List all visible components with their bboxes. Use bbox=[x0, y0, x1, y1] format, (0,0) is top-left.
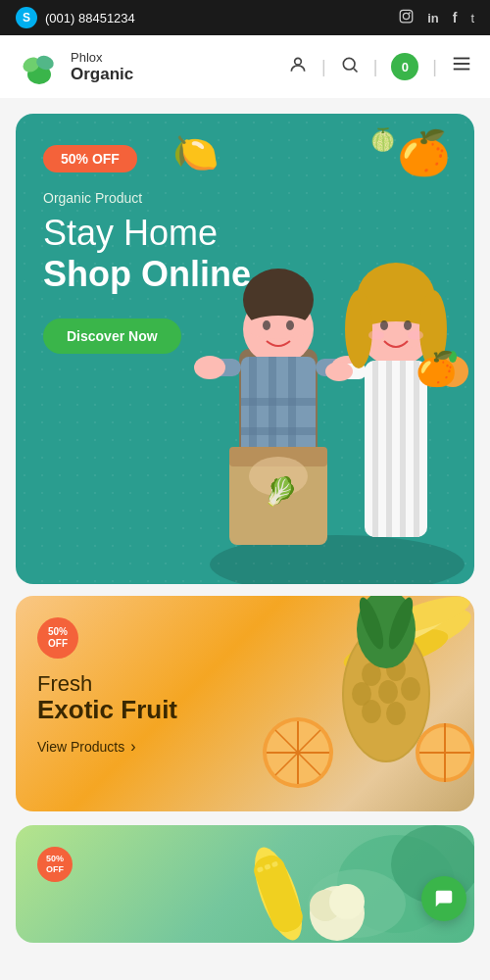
exotic-card-content: 50% OFF Fresh Exotic Fruit View Products… bbox=[16, 596, 199, 777]
hero-banner: 🍋 🍊 🍈 🍊 50% OFF Organic Product Stay Hom… bbox=[16, 114, 474, 584]
svg-point-61 bbox=[378, 680, 398, 704]
svg-point-88 bbox=[329, 884, 365, 919]
svg-point-46 bbox=[345, 290, 372, 368]
exotic-fruit-card: 50% OFF Fresh Exotic Fruit View Products… bbox=[16, 596, 474, 811]
phone-number: (001) 88451234 bbox=[45, 11, 135, 25]
hero-cta-button[interactable]: Discover Now bbox=[43, 318, 181, 354]
svg-point-30 bbox=[245, 316, 312, 339]
hero-badge: 50% OFF bbox=[43, 145, 137, 172]
lemon-decor: 🍋 bbox=[172, 131, 219, 174]
view-products-link[interactable]: View Products › bbox=[37, 738, 177, 756]
svg-point-23 bbox=[194, 356, 225, 379]
svg-point-41 bbox=[325, 362, 353, 381]
svg-point-64 bbox=[386, 702, 406, 725]
hero-subtitle: Organic Product bbox=[43, 190, 251, 206]
svg-point-7 bbox=[343, 58, 355, 70]
veg-card-content: 50% OFF bbox=[16, 825, 94, 917]
cart-button[interactable]: 0 bbox=[391, 53, 418, 80]
facebook-icon[interactable]: f bbox=[453, 10, 458, 25]
top-bar: S (001) 88451234 in f t bbox=[0, 0, 490, 35]
exotic-title-light: Fresh bbox=[37, 672, 177, 696]
svg-rect-19 bbox=[241, 398, 316, 406]
svg-point-63 bbox=[362, 700, 381, 723]
logo-sub: Organic bbox=[71, 65, 133, 84]
lime-decor: 🍈 bbox=[369, 127, 396, 153]
top-bar-left: S (001) 88451234 bbox=[16, 7, 135, 28]
svg-rect-37 bbox=[400, 361, 406, 537]
hero-people-image: 🥬 bbox=[180, 212, 474, 584]
search-icon[interactable] bbox=[340, 55, 360, 79]
svg-rect-0 bbox=[400, 10, 413, 23]
svg-rect-35 bbox=[372, 361, 378, 537]
header: Phlox Organic | | 0 | bbox=[0, 35, 490, 98]
separator-3: | bbox=[432, 57, 437, 77]
svg-point-32 bbox=[286, 320, 294, 330]
svg-point-48 bbox=[380, 320, 388, 330]
svg-text:🥬: 🥬 bbox=[264, 475, 298, 508]
header-actions: | | 0 | bbox=[288, 53, 472, 80]
svg-point-31 bbox=[263, 320, 270, 330]
logo[interactable]: Phlox Organic bbox=[18, 45, 133, 88]
svg-line-8 bbox=[354, 68, 358, 72]
exotic-fruit-image bbox=[199, 596, 474, 811]
logo-icon bbox=[18, 45, 61, 88]
exotic-title-bold: Exotic Fruit bbox=[37, 696, 177, 724]
vegetable-card: 50% OFF bbox=[16, 825, 474, 943]
svg-point-49 bbox=[404, 320, 412, 330]
svg-point-2 bbox=[409, 12, 411, 14]
citrus-decor: 🍊 bbox=[397, 127, 451, 178]
logo-text: Phlox Organic bbox=[71, 50, 133, 84]
user-icon[interactable] bbox=[288, 55, 308, 79]
menu-icon[interactable] bbox=[451, 53, 472, 80]
svg-point-1 bbox=[404, 13, 410, 19]
orange-decor: 🍊 bbox=[416, 349, 457, 388]
skype-icon[interactable]: S bbox=[16, 7, 37, 28]
link-arrow-icon: › bbox=[130, 738, 135, 756]
svg-point-50 bbox=[368, 330, 384, 340]
chat-fab-button[interactable] bbox=[421, 876, 466, 921]
separator-2: | bbox=[373, 57, 378, 77]
veg-discount-badge: 50% OFF bbox=[37, 847, 73, 882]
svg-point-51 bbox=[408, 330, 423, 340]
social-icons: in f t bbox=[399, 9, 474, 26]
linkedin-icon[interactable]: in bbox=[427, 11, 439, 25]
svg-rect-36 bbox=[386, 361, 392, 537]
exotic-discount-badge: 50% OFF bbox=[37, 617, 78, 659]
svg-point-6 bbox=[295, 58, 302, 65]
svg-rect-20 bbox=[241, 427, 316, 435]
logo-brand: Phlox bbox=[71, 50, 133, 65]
separator-1: | bbox=[321, 57, 326, 77]
twitter-icon[interactable]: t bbox=[470, 11, 474, 25]
svg-rect-79 bbox=[250, 852, 306, 936]
instagram-icon[interactable] bbox=[399, 9, 414, 26]
svg-point-62 bbox=[401, 677, 420, 701]
